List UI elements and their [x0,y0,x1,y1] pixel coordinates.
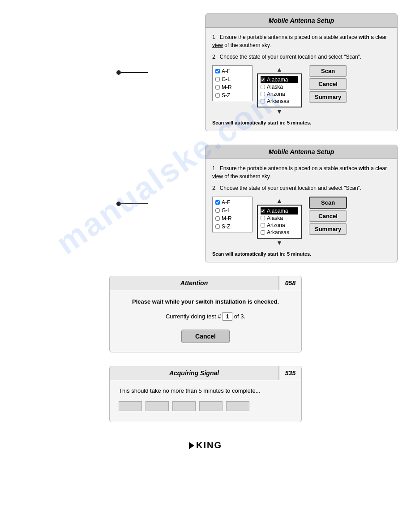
scan-timer: Scan will automatically start in: 5 minu… [212,251,390,257]
list-item[interactable]: A-F [215,199,249,206]
panel1-buttons: Scan Cancel Summary [309,65,347,103]
list-item[interactable]: M-R [215,84,249,91]
panel2-buttons: Scan Cancel Summary [309,197,347,235]
signal-bar [146,401,169,411]
cancel-large-button[interactable]: Cancel [181,330,230,343]
panel4-title: Acquiring Signal [110,366,279,380]
list-item[interactable]: Arkansas [261,98,298,105]
panel2-right-list: Alabama Alaska Arizona Arkansas [257,205,302,239]
connector-line [121,203,148,204]
scan-timer: Scan will automatically start in: 5 minu… [212,120,390,125]
list-item[interactable]: Arizona [261,90,298,98]
list-item[interactable]: Alabama [261,207,298,215]
panel1: Mobile Antenna Setup 1. Ensure the porta… [205,13,398,131]
panel1-right-wrapper: ▲ Alabama Alaska Arizona Arkansas ▼ [257,65,302,116]
list-item[interactable]: G-L [215,76,249,83]
scroll-up-icon[interactable]: ▲ [274,65,284,73]
test-number: 1 [223,312,232,321]
connector-dot [116,70,121,75]
panel1-left-list: A-F G-L M-R S-Z [212,65,253,101]
panel2-instruction1: 1. Ensure the portable antenna is placed… [212,164,390,180]
king-brand-text: KING [196,440,222,450]
scroll-down-icon[interactable]: ▼ [274,107,284,116]
panel4-badge: 535 [279,366,301,380]
king-play-icon [189,442,194,449]
panel4-header-row: Acquiring Signal 535 [110,366,301,380]
panel1-state-area: A-F G-L M-R S-Z ▲ Alabama Alaska Arizona… [212,65,390,116]
panel3-header-row: Attention 058 [110,276,301,290]
list-item[interactable]: Alaska [261,83,298,90]
signal-bar [172,401,196,411]
list-item[interactable]: A-F [215,68,249,75]
panel4: Acquiring Signal 535 This should take no… [109,366,302,422]
connector1 [116,70,148,75]
panel2-instruction2: 2. Choose the state of your current loca… [212,184,390,192]
scroll-up-icon[interactable]: ▲ [274,197,284,205]
list-item[interactable]: G-L [215,207,249,214]
scan-button[interactable]: Scan [309,65,347,77]
king-footer: KING [189,440,222,450]
scan-button[interactable]: Scan [309,197,347,209]
connector2 [116,202,148,206]
signal-bar [199,401,223,411]
attention-message: Please wait while your switch installati… [119,298,292,305]
panel1-right-list: Alabama Alaska Arizona Arkansas [257,73,302,107]
summary-button[interactable]: Summary [309,91,347,103]
panel1-row: Mobile Antenna Setup 1. Ensure the porta… [13,13,398,131]
panel3-badge: 058 [279,276,301,290]
list-item[interactable]: M-R [215,215,249,222]
list-item[interactable]: Alabama [261,76,298,83]
panel1-title: Mobile Antenna Setup [206,14,397,28]
panel2-title: Mobile Antenna Setup [206,145,397,159]
panel1-instruction2: 2. Choose the state of your current loca… [212,53,390,61]
acquiring-message: This should take no more than 5 minutes … [119,387,292,394]
panel2-row: Mobile Antenna Setup 1. Ensure the porta… [13,145,398,262]
cancel-button[interactable]: Cancel [309,78,347,90]
list-item[interactable]: S-Z [215,92,249,99]
signal-bar [226,401,249,411]
signal-bar [119,401,142,411]
connector-dot [116,202,121,206]
panel2: Mobile Antenna Setup 1. Ensure the porta… [205,145,398,262]
list-item[interactable]: Arizona [261,222,298,229]
scroll-down-icon[interactable]: ▼ [274,239,284,247]
panel2-right-wrapper: ▲ Alabama Alaska Arizona Arkansas ▼ [257,197,302,247]
panel2-state-area: A-F G-L M-R S-Z ▲ Alabama Alaska Arizona… [212,197,390,247]
list-item[interactable]: Alaska [261,215,298,222]
summary-button[interactable]: Summary [309,223,347,235]
panel3-title: Attention [110,276,279,290]
signal-bars [119,401,292,411]
cancel-button[interactable]: Cancel [309,210,347,222]
list-item[interactable]: S-Z [215,223,249,230]
connector-line [121,72,148,73]
panel3-body: Please wait while your switch installati… [110,290,301,352]
list-item[interactable]: Arkansas [261,229,298,236]
panel3: Attention 058 Please wait while your swi… [109,276,302,352]
panel1-instruction1: 1. Ensure the portable antenna is placed… [212,33,390,49]
test-line: Currently doing test # 1 of 3. [119,312,292,321]
panel2-left-list: A-F G-L M-R S-Z [212,197,253,232]
panel4-body: This should take no more than 5 minutes … [110,380,301,422]
